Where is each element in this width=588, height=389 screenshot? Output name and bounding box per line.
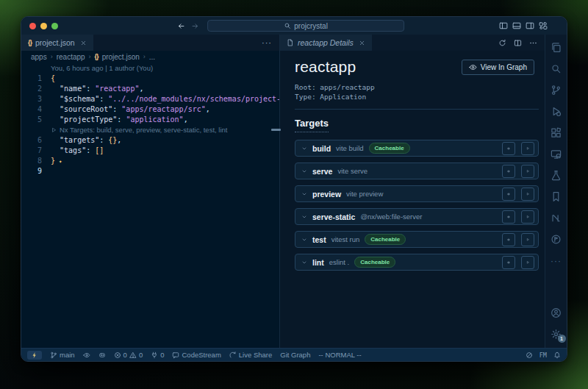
editor-sash-handle[interactable] <box>271 129 281 131</box>
tab-overflow-button[interactable]: ··· <box>262 38 279 47</box>
command-center[interactable]: projcrystal <box>207 20 404 32</box>
source-control-icon[interactable] <box>545 79 567 101</box>
chevron-down-icon[interactable] <box>301 237 307 243</box>
run-target-button[interactable] <box>521 256 534 269</box>
project-type: Type: Application <box>295 92 539 101</box>
target-row-serve-static[interactable]: serve-static@nx/web:file-server <box>295 208 539 225</box>
code-line[interactable]: 6 "targets": {}, <box>21 135 279 146</box>
view-target-button[interactable] <box>502 188 515 201</box>
customize-layout-icon[interactable] <box>539 21 548 30</box>
run-debug-icon[interactable] <box>545 101 567 122</box>
code-line[interactable]: 8} ✦ <box>21 156 279 166</box>
view-target-button[interactable] <box>502 142 515 155</box>
chevron-down-icon[interactable] <box>301 168 307 174</box>
view-target-button[interactable] <box>502 233 515 246</box>
split-editor-icon[interactable] <box>514 39 522 47</box>
notifications-item[interactable] <box>553 351 561 359</box>
eye-icon <box>469 63 477 71</box>
remote-indicator[interactable] <box>27 351 42 360</box>
target-row-build[interactable]: buildvite buildCacheable <box>295 140 539 157</box>
tab-reactapp-details[interactable]: reactapp Details <box>280 35 372 51</box>
more-actions-icon[interactable] <box>529 39 537 47</box>
code-editor[interactable]: You, 6 hours ago | 1 author (You)1{2 "na… <box>21 63 279 348</box>
chevron-down-icon[interactable] <box>301 191 307 197</box>
code-line[interactable]: 7 "tags": [] <box>21 146 279 156</box>
target-name: build <box>312 144 331 153</box>
tab-project-json[interactable]: {} project.json <box>21 35 93 51</box>
codelens-line[interactable]: Nx Targets: build, serve, preview, serve… <box>21 125 279 135</box>
codelens-line[interactable]: You, 6 hours ago | 1 author (You) <box>21 63 279 74</box>
git-branch-item[interactable]: main <box>50 351 75 359</box>
run-target-button[interactable] <box>521 233 534 246</box>
run-target-button[interactable] <box>521 210 534 224</box>
status-circle-item[interactable] <box>526 351 533 359</box>
copilot-status[interactable] <box>98 351 106 359</box>
breadcrumb-apps[interactable]: apps <box>31 53 47 61</box>
run-target-button[interactable] <box>521 165 534 178</box>
settings-icon[interactable]: 1 <box>545 324 567 345</box>
zoom-window-button[interactable] <box>51 23 58 29</box>
explorer-icon[interactable] <box>545 37 567 58</box>
view-target-button[interactable] <box>502 210 515 224</box>
code-line[interactable]: 9 <box>21 166 279 176</box>
codestream-item[interactable]: CodeStream <box>172 351 220 359</box>
code-line[interactable]: 5 "projectType": "application", <box>21 115 279 125</box>
project-root: Root: apps/reactapp <box>295 82 539 92</box>
extensions-icon[interactable] <box>545 122 567 143</box>
toggle-panel-icon[interactable] <box>512 21 521 30</box>
chevron-down-icon[interactable] <box>301 214 307 220</box>
target-row-lint[interactable]: linteslint .Cacheable <box>295 254 539 271</box>
code-line[interactable]: 4 "sourceRoot": "apps/reactapp/src", <box>21 104 279 115</box>
chevron-right-icon: › <box>51 53 53 60</box>
gitlens-blame-toggle[interactable] <box>83 351 90 359</box>
plug-icon <box>151 351 158 359</box>
line-number: 3 <box>21 94 51 104</box>
search-icon[interactable] <box>545 58 567 79</box>
target-name: test <box>312 235 326 244</box>
chevron-down-icon[interactable] <box>301 260 307 265</box>
nav-forward-icon[interactable] <box>191 22 199 30</box>
problems-item[interactable]: 0 0 <box>114 351 143 359</box>
branch-icon <box>50 351 57 359</box>
code-line[interactable]: 2 "name": "reactapp", <box>21 84 279 94</box>
target-command: vitest run <box>331 235 360 243</box>
code-line[interactable]: 1{ <box>21 74 279 84</box>
nx-console-icon[interactable] <box>545 207 567 229</box>
more-icon[interactable]: ··· <box>545 250 567 271</box>
ports-item[interactable]: 0 <box>151 351 164 359</box>
breadcrumb-reactapp[interactable]: reactapp <box>57 53 85 61</box>
toggle-sidebar-icon[interactable] <box>499 21 508 30</box>
view-target-button[interactable] <box>502 165 515 178</box>
testing-icon[interactable] <box>545 165 567 186</box>
remote-explorer-icon[interactable] <box>545 143 567 165</box>
code-line[interactable]: 3 "$schema": "../../node_modules/nx/sche… <box>21 94 279 104</box>
bookmarks-icon[interactable] <box>545 186 567 207</box>
close-tab-icon[interactable] <box>359 40 365 46</box>
flag-circle-icon[interactable] <box>545 229 567 250</box>
close-tab-icon[interactable] <box>80 40 87 46</box>
live-share-item[interactable]: Live Share <box>229 351 272 359</box>
target-row-test[interactable]: testvitest runCacheable <box>295 231 539 248</box>
cacheable-badge: Cacheable <box>369 143 410 154</box>
view-in-graph-button[interactable]: View In Graph <box>462 60 534 75</box>
desktop-background: projcrystal {} project.json <box>0 0 588 389</box>
chevron-down-icon[interactable] <box>301 146 307 151</box>
breadcrumb: apps › reactapp › {} project.json › ... <box>21 51 279 63</box>
target-row-preview[interactable]: previewvite preview <box>295 185 539 202</box>
view-target-button[interactable] <box>502 256 515 269</box>
breadcrumb-project-json[interactable]: project.json <box>102 53 140 61</box>
refresh-icon[interactable] <box>498 39 506 47</box>
account-icon[interactable] <box>545 302 567 324</box>
minimize-window-button[interactable] <box>40 23 47 29</box>
run-target-button[interactable] <box>521 188 534 201</box>
circle-slash-icon <box>526 351 533 359</box>
eye-icon <box>83 351 90 359</box>
nav-back-icon[interactable] <box>177 22 185 30</box>
close-window-button[interactable] <box>29 23 36 29</box>
target-row-serve[interactable]: servevite serve <box>295 163 539 179</box>
toggle-secondary-sidebar-icon[interactable] <box>526 21 534 30</box>
frontmatter-item[interactable]: FM <box>539 351 547 359</box>
git-graph-item[interactable]: Git Graph <box>280 351 310 359</box>
breadcrumb-symbol[interactable]: ... <box>149 53 155 61</box>
run-target-button[interactable] <box>521 142 534 155</box>
